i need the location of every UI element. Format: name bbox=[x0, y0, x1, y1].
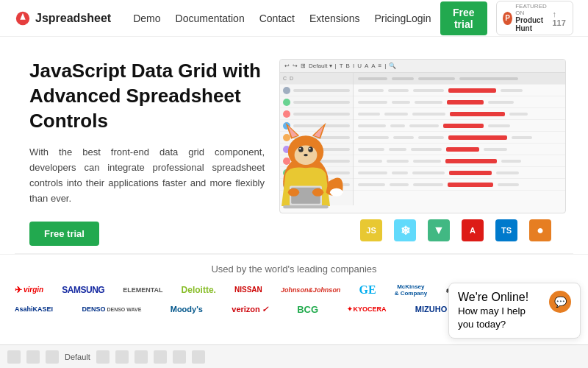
bottom-toolbar: Default bbox=[0, 344, 588, 368]
react-icon: ❄ bbox=[394, 219, 416, 241]
nav-pricing[interactable]: Pricing bbox=[374, 13, 406, 24]
header: Jspreadsheet Demo Documentation Contact … bbox=[0, 0, 588, 37]
toolbar-bold[interactable] bbox=[46, 350, 59, 364]
js-icon: JS bbox=[360, 219, 382, 241]
chat-title: We're Online! bbox=[458, 291, 543, 304]
logo-text: Jspreadsheet bbox=[35, 12, 111, 25]
chat-icon-symbol: 💬 bbox=[554, 296, 567, 308]
company-virgin: ✈ virgin bbox=[15, 285, 43, 295]
main-nav: Demo Documentation Contact Extensions Pr… bbox=[133, 13, 406, 24]
hero-cta-button[interactable]: Free trial bbox=[29, 222, 99, 246]
vue-icon: ▼ bbox=[428, 219, 450, 241]
company-jj: Johnson&Johnson bbox=[281, 286, 341, 294]
login-link[interactable]: Login bbox=[406, 13, 431, 24]
chat-widget[interactable]: We're Online! How may I help you today? … bbox=[448, 283, 581, 339]
company-kyocera: ✦KYOCERA bbox=[347, 305, 386, 313]
logo-icon bbox=[15, 10, 31, 26]
header-actions: Login Free trial P FEATURED ON Product H… bbox=[406, 1, 573, 36]
company-nissan: NISSAN bbox=[234, 286, 262, 294]
product-hunt-label: FEATURED ON bbox=[515, 4, 549, 17]
svg-point-10 bbox=[308, 146, 313, 152]
toolbar-redo[interactable] bbox=[26, 350, 40, 364]
company-elemental: ELEMENTAL bbox=[123, 286, 162, 294]
fox-mascot bbox=[279, 102, 346, 213]
nav-extensions[interactable]: Extensions bbox=[309, 13, 359, 24]
toolbar-undo[interactable] bbox=[7, 350, 21, 364]
company-bcg: BCG bbox=[297, 304, 318, 315]
toolbar-more[interactable] bbox=[192, 350, 205, 364]
product-hunt-icon: P bbox=[503, 12, 512, 25]
toolbar-dropdown[interactable] bbox=[96, 350, 110, 364]
svg-point-13 bbox=[304, 154, 308, 156]
framework-icons: JS ❄ ▼ A TS ● bbox=[279, 219, 566, 241]
product-hunt-votes: ↑ 117 bbox=[552, 10, 567, 27]
company-denso: DENSODENSO WAVE bbox=[82, 305, 141, 313]
company-samsung: SAMSUNG bbox=[62, 285, 104, 295]
company-deloitte: Deloitte. bbox=[182, 285, 216, 295]
chat-subtitle: How may I help you today? bbox=[458, 305, 526, 330]
hero-section: JavaScript Data Grid with Advanced Sprea… bbox=[0, 37, 588, 253]
hero-left: JavaScript Data Grid with Advanced Sprea… bbox=[29, 59, 265, 246]
toolbar-size[interactable] bbox=[173, 350, 186, 364]
logo[interactable]: Jspreadsheet bbox=[15, 10, 111, 26]
hero-description: With the best front-end data grid compon… bbox=[29, 145, 265, 206]
grid-right-panel bbox=[354, 73, 565, 205]
nav-docs[interactable]: Documentation bbox=[176, 13, 245, 24]
svg-point-17 bbox=[288, 188, 299, 197]
company-mizuho: MIZUHO bbox=[415, 305, 447, 314]
svg-point-9 bbox=[298, 146, 304, 152]
product-hunt-badge[interactable]: P FEATURED ON Product Hunt ↑ 117 bbox=[496, 1, 573, 36]
toolbar-italic[interactable] bbox=[135, 350, 148, 364]
nav-demo[interactable]: Demo bbox=[133, 13, 160, 24]
other-icon: ● bbox=[529, 219, 551, 241]
free-trial-button[interactable]: Free trial bbox=[440, 1, 488, 35]
toolbar-text[interactable] bbox=[115, 350, 129, 364]
product-hunt-site: Product Hunt bbox=[515, 16, 549, 32]
hero-title: JavaScript Data Grid with Advanced Sprea… bbox=[29, 59, 265, 133]
spreadsheet-preview: ↩↪⊞Default ▾ |TBIU AA≡|🔍 CD bbox=[279, 59, 566, 213]
svg-rect-16 bbox=[283, 205, 329, 208]
hero-right: ↩↪⊞Default ▾ |TBIU AA≡|🔍 CD bbox=[279, 59, 566, 241]
toolbar-color[interactable] bbox=[154, 350, 167, 364]
company-asahi: AsahiKASEI bbox=[15, 305, 53, 313]
spreadsheet-toolbar: ↩↪⊞Default ▾ |TBIU AA≡|🔍 bbox=[280, 60, 565, 73]
company-mckinsey: McKinsey& Company bbox=[395, 283, 427, 297]
company-verizon: verizon✓ bbox=[232, 305, 268, 314]
company-ge: GE bbox=[359, 283, 376, 297]
svg-point-12 bbox=[309, 148, 310, 149]
svg-point-19 bbox=[330, 188, 343, 197]
chat-icon[interactable]: 💬 bbox=[549, 291, 571, 313]
toolbar-default-label: Default bbox=[65, 353, 90, 361]
svg-point-11 bbox=[299, 148, 301, 149]
angular-icon: A bbox=[462, 219, 484, 241]
nav-contact[interactable]: Contact bbox=[259, 13, 295, 24]
svg-point-18 bbox=[312, 188, 323, 197]
companies-title: Used by the world's leading companies bbox=[15, 263, 573, 275]
company-moodys: Moody's bbox=[171, 305, 203, 314]
ts-icon: TS bbox=[495, 219, 517, 241]
